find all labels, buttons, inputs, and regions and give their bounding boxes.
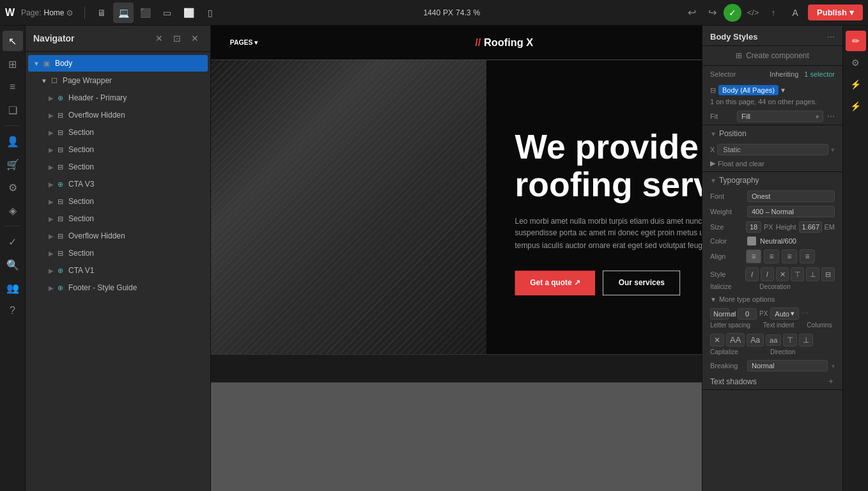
align-right-button[interactable]: ≡ [782,249,797,263]
height-input[interactable]: 1.667 [799,221,822,233]
laptop-icon-btn[interactable]: 💻 [113,3,134,23]
site-pages-nav[interactable]: PAGES ▾ [230,39,258,47]
nav-item-overflow-hidden-1[interactable]: ▶ ⊟ Overflow Hidden [28,107,208,123]
linethrough2-button[interactable]: ⊟ [821,267,835,281]
navigator-rename-icon[interactable]: ✕ [151,31,167,46]
align-left-button[interactable]: ≡ [746,249,761,263]
normal-input[interactable]: Normal [710,308,729,320]
lightning-tool[interactable]: ⚡ [846,74,866,95]
users-tool[interactable]: 👥 [3,277,23,298]
cursor-tool[interactable]: ↖ [3,31,23,51]
expand-arrow-section5[interactable]: ▶ [49,215,54,222]
tablet-landscape-icon-btn[interactable]: ⬛ [135,3,155,23]
nav-item-section-3[interactable]: ▶ ⊟ Section [28,159,208,175]
code-view-button[interactable]: </> [744,4,762,22]
fit-value[interactable]: Fill ▾ [737,111,823,122]
underline-button[interactable]: ⊤ [791,267,804,281]
color-swatch[interactable] [747,237,756,246]
expand-arrow-section6[interactable]: ▶ [49,250,54,257]
nav-item-overflow-hidden-2[interactable]: ▶ ⊟ Overflow Hidden [28,228,208,244]
breaking-dropdown-icon[interactable]: ▾ [832,362,835,370]
expand-arrow-section2[interactable]: ▶ [49,146,54,153]
integrations-tool[interactable]: ◈ [3,200,23,221]
navigator-split-icon[interactable]: ⊡ [169,31,185,46]
nav-item-section-4[interactable]: ▶ ⊟ Section [28,193,208,210]
size-input[interactable]: 18 [746,221,761,233]
apps-tool[interactable]: ⚙ [3,177,23,198]
chip-dropdown-icon[interactable]: ▾ [781,86,785,95]
search-tool[interactable]: 🔍 [3,254,23,275]
components-tool[interactable]: ❑ [3,100,23,120]
undo-button[interactable]: ↩ [683,4,701,22]
transform-aa2-button[interactable]: Aa [747,334,764,347]
nav-item-footer[interactable]: ▶ ⊕ Footer - Style Guide [28,279,208,296]
canvas-scroll[interactable]: PAGES ▾ // Roofing X SERVICES PORTFOLIO … [211,26,702,491]
more-type-options[interactable]: ▼ More type options [702,293,842,306]
expand-arrow-header[interactable]: ▶ [49,95,54,102]
position-dropdown-icon[interactable]: ▾ [831,146,835,154]
mobile-portrait-icon-btn[interactable]: ▯ [200,3,221,23]
nav-item-cta-v3[interactable]: ▶ ⊕ CTA V3 [28,176,208,192]
nav-item-header-primary[interactable]: ▶ ⊕ Header - Primary [28,90,208,106]
publish-button[interactable]: Publish ▾ [808,4,863,20]
redo-button[interactable]: ↪ [703,4,721,22]
nav-item-section-5[interactable]: ▶ ⊟ Section [28,210,208,227]
expand-arrow-section4[interactable]: ▶ [49,198,54,205]
body-all-pages-chip[interactable]: Body (All Pages) [718,85,779,95]
expand-arrow-overflow1[interactable]: ▶ [49,112,54,119]
right-panel-more-icon[interactable]: ⋯ [827,33,835,42]
flash-tool[interactable]: ⚡ [846,96,866,116]
italic2-button[interactable]: I [761,267,774,281]
normal-dropdown[interactable]: ▾ [732,310,735,317]
settings-tool[interactable]: ⚙ [846,52,866,73]
transform-indent2-button[interactable]: ⊥ [799,334,813,347]
italic-button[interactable]: I [745,267,759,281]
text-shadows-add-button[interactable]: ＋ [827,376,835,387]
breaking-select[interactable]: Normal [747,360,828,371]
assets-tool[interactable]: 👤 [3,131,23,152]
our-services-button[interactable]: Our services [603,270,680,295]
ecommerce-tool[interactable]: 🛒 [3,154,23,175]
help-tool[interactable]: ? [3,300,23,321]
navigator-close-icon[interactable]: ✕ [187,31,203,46]
font-value[interactable]: Onest [747,191,835,202]
position-value[interactable]: Static [717,144,828,155]
auto-input[interactable]: Auto ▾ [770,308,799,320]
strikethrough-button[interactable]: ✕ [776,267,789,281]
checkmark-tool[interactable]: ✓ [3,231,23,252]
layers-tool[interactable]: ≡ [3,77,23,97]
transform-indent-button[interactable]: ⊤ [783,334,797,347]
expand-arrow-wrapper[interactable]: ▼ [41,77,47,84]
overline-button[interactable]: ⊥ [806,267,819,281]
position-header[interactable]: ▼ Position [702,125,842,142]
nav-item-section-1[interactable]: ▶ ⊟ Section [28,124,208,141]
tablet-portrait-icon-btn[interactable]: ▭ [157,3,177,23]
nav-item-page-wrapper[interactable]: ▼ ☐ Page Wrapper [28,72,208,89]
spacing-more-icon[interactable]: ⋯ [802,309,809,318]
pages-tool[interactable]: ⊞ [3,54,23,74]
weight-value[interactable]: 400 – Normal [747,206,835,217]
expand-arrow-section1[interactable]: ▶ [49,129,54,136]
nav-item-cta-v1[interactable]: ▶ ⊕ CTA V1 [28,262,208,279]
float-row[interactable]: ▶ Float and clear [702,157,842,171]
create-component-button[interactable]: ⊞ Create component [702,46,842,66]
style-tool[interactable]: ✏ [846,31,866,51]
get-quote-button[interactable]: Get a quote ↗ [515,270,596,295]
nav-item-section-2[interactable]: ▶ ⊟ Section [28,141,208,158]
transform-aa3-button[interactable]: aa [766,334,781,346]
expand-arrow-footer[interactable]: ▶ [49,284,54,292]
align-center-button[interactable]: ≡ [764,249,779,263]
expand-arrow-overflow2[interactable]: ▶ [49,233,54,240]
expand-arrow-ctav3[interactable]: ▶ [49,181,54,188]
expand-arrow-section3[interactable]: ▶ [49,164,54,171]
status-check-button[interactable]: ✓ [724,4,741,22]
expand-arrow-body[interactable]: ▼ [33,60,40,67]
align-justify-button[interactable]: ≡ [800,249,815,263]
expand-arrow-ctav1[interactable]: ▶ [49,267,54,274]
mobile-landscape-icon-btn[interactable]: ⬜ [178,3,199,23]
desktop-icon-btn[interactable]: 🖥 [91,3,112,23]
auto-dropdown[interactable]: ▾ [791,309,794,318]
transform-x-button[interactable]: ✕ [710,334,724,347]
transform-aa-button[interactable]: AA [726,333,745,347]
canvas-area[interactable]: PAGES ▾ // Roofing X SERVICES PORTFOLIO … [211,26,702,491]
